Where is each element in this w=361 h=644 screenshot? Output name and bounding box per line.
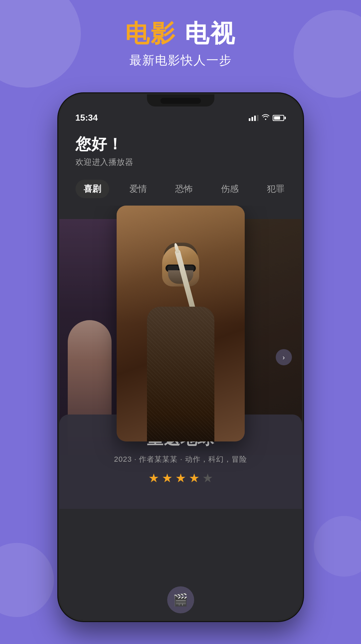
signal-bar-3 [254,116,256,121]
star-rating: ★ ★ ★ ★ ★ [76,471,286,485]
bg-decoration-circle-bl [0,543,54,617]
status-icons [249,114,286,122]
header-area: 电影 电视 最新电影快人一步 [0,20,361,69]
scroll-right-indicator[interactable]: › [276,349,292,365]
movie-meta: 2023 · 作者某某某 · 动作，科幻，冒险 [76,454,286,464]
wifi-icon [262,114,269,122]
genre-tab-sad[interactable]: 伤感 [213,180,247,198]
header-subtitle: 最新电影快人一步 [0,52,361,69]
battery-icon [273,115,286,121]
status-time: 15:34 [76,113,98,123]
star-4: ★ [189,471,200,485]
battery-body [273,115,284,121]
main-movie-card[interactable] [117,206,245,441]
genre-tab-crime[interactable]: 犯罪 [259,180,293,198]
title-movie: 电影 [125,20,176,47]
warrior-figure [133,239,228,441]
star-1: ★ [148,471,159,485]
phone-screen: 15:34 [59,94,302,620]
app-content-header: 您好！ 欢迎进入播放器 喜剧 爱情 恐怖 伤感 犯罪 [59,127,302,205]
signal-bar-4 [257,115,259,121]
genre-tab-romance[interactable]: 爱情 [121,180,155,198]
warrior-armor [147,307,214,441]
phone-notch [147,94,214,106]
signal-icon [249,115,259,121]
movie-carousel[interactable]: › 重返地球 2023 · 作者某某某 · 动作，科幻，冒险 ★ ★ ★ ★ ★ [59,206,302,509]
phone-frame: 15:34 [59,94,302,620]
signal-bar-1 [249,118,250,121]
camera-pill [160,98,201,104]
star-2: ★ [162,471,173,485]
genre-tab-comedy[interactable]: 喜剧 [76,180,109,198]
header-title: 电影 电视 [0,20,361,47]
battery-fill [274,116,280,120]
title-tv: 电视 [185,20,236,47]
star-5-empty: ★ [202,471,213,485]
genre-tabs: 喜剧 爱情 恐怖 伤感 犯罪 [76,180,286,205]
bottom-nav-button[interactable]: 🎬 [167,586,194,613]
phone-mockup: 15:34 [59,94,302,620]
bg-decoration-circle-br [314,516,361,577]
film-icon: 🎬 [173,593,188,607]
main-card-image [117,206,245,441]
genre-tab-horror[interactable]: 恐怖 [167,180,201,198]
star-3: ★ [175,471,186,485]
battery-tip [284,117,286,119]
signal-bar-2 [251,117,253,121]
greeting-title: 您好！ [76,134,286,155]
greeting-subtitle: 欢迎进入播放器 [76,157,286,167]
